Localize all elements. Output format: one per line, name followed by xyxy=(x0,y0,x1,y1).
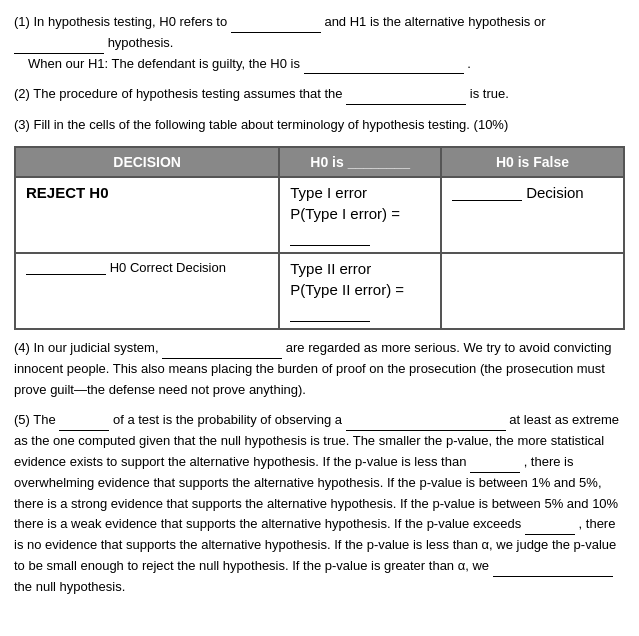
s1-text2: and H1 is the alternative hypothesis or xyxy=(324,14,545,29)
s5-blank4 xyxy=(525,521,575,535)
fail-reject-suffix: Correct Decision xyxy=(130,260,226,275)
s2-text1: (2) The procedure of hypothesis testing … xyxy=(14,86,343,101)
s2-text2: is true. xyxy=(470,86,509,101)
section-2: (2) The procedure of hypothesis testing … xyxy=(14,84,625,105)
fail-reject-blank xyxy=(26,261,106,275)
type1-line1: Type I error xyxy=(290,184,430,201)
td-reject-h0: REJECT H0 xyxy=(15,177,279,253)
type1-line2: P(Type I error) = xyxy=(290,205,430,222)
type2-line1: Type II error xyxy=(290,260,430,277)
s5-text-b: of a test is the probability of observin… xyxy=(113,412,342,427)
type2-cell-content: Type II error P(Type II error) = xyxy=(290,260,430,322)
section-4: (4) In our judicial system, are regarded… xyxy=(14,338,625,400)
s1-blank2 xyxy=(14,40,104,54)
type2-blank xyxy=(290,308,370,322)
s1-blank3 xyxy=(304,60,464,74)
s5-blank5 xyxy=(493,563,613,577)
s5-blank1 xyxy=(59,417,109,431)
table: DECISION H0 is ________ H0 is False REJE… xyxy=(14,146,625,330)
s4-blank xyxy=(162,345,282,359)
section-3: (3) Fill in the cells of the following t… xyxy=(14,115,625,136)
table-row-2: H0 Correct Decision Type II error P(Type… xyxy=(15,253,624,329)
td-type2-error: Type II error P(Type II error) = xyxy=(279,253,441,329)
hypothesis-table: DECISION H0 is ________ H0 is False REJE… xyxy=(14,146,625,330)
type1-blank xyxy=(290,232,370,246)
blank-decision-text: Decision xyxy=(452,184,613,201)
s5-text-a: (5) The xyxy=(14,412,56,427)
s4-text1: (4) In our judicial system, xyxy=(14,340,159,355)
type2-line2: P(Type II error) = xyxy=(290,281,430,298)
fail-reject-h0: H0 xyxy=(110,260,127,275)
td-col3-blank xyxy=(452,187,522,201)
section-1: (1) In hypothesis testing, H0 refers to … xyxy=(14,12,625,74)
td-empty xyxy=(441,253,624,329)
s3-text1: (3) Fill in the cells of the following t… xyxy=(14,117,508,132)
s1-text4: When our H1: The defendant is guilty, th… xyxy=(14,56,300,71)
td-correct-decision-h0false: Decision xyxy=(441,177,624,253)
fail-reject-content: H0 Correct Decision xyxy=(26,260,268,275)
type1-cell-content: Type I error P(Type I error) = xyxy=(290,184,430,246)
s2-blank1 xyxy=(346,91,466,105)
s5-text-f: the null hypothesis. xyxy=(14,579,125,594)
s5-blank2 xyxy=(346,417,506,431)
s5-blank3 xyxy=(470,459,520,473)
blank-decision-content: Decision xyxy=(452,184,613,201)
s1-blank1 xyxy=(231,19,321,33)
td-type1-error: Type I error P(Type I error) = xyxy=(279,177,441,253)
table-header-row: DECISION H0 is ________ H0 is False xyxy=(15,147,624,177)
table-row-1: REJECT H0 Type I error P(Type I error) =… xyxy=(15,177,624,253)
th-h0-false: H0 is False xyxy=(441,147,624,177)
td-fail-reject: H0 Correct Decision xyxy=(15,253,279,329)
reject-label: REJECT H0 xyxy=(26,184,109,201)
s1-text3: hypothesis. xyxy=(108,35,174,50)
th-h0-true: H0 is ________ xyxy=(279,147,441,177)
th-decision: DECISION xyxy=(15,147,279,177)
s1-text1: (1) In hypothesis testing, H0 refers to xyxy=(14,14,227,29)
td-col3-decision: Decision xyxy=(526,184,584,201)
section-5: (5) The of a test is the probability of … xyxy=(14,410,625,597)
s1-text5: . xyxy=(467,56,471,71)
